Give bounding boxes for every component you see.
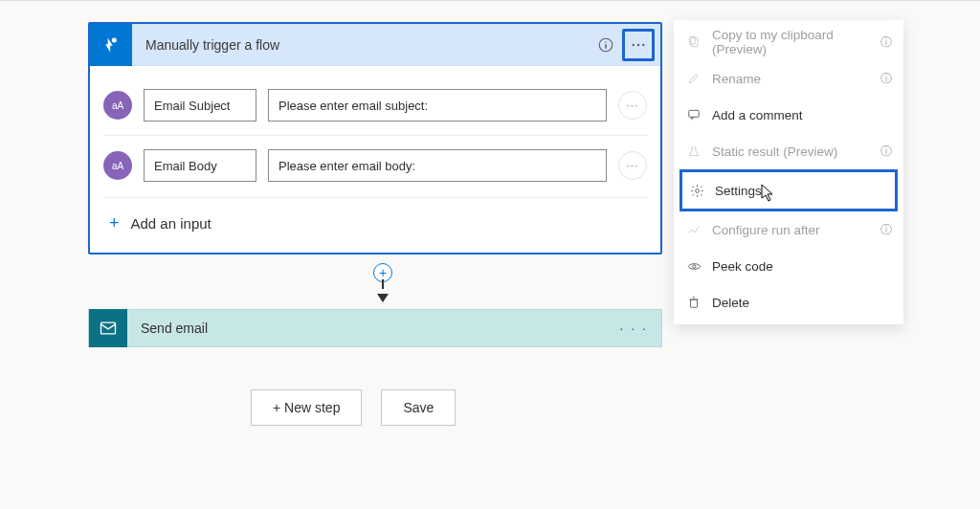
trigger-header[interactable]: Manually trigger a flow [90,24,660,66]
menu-label: Static result (Preview) [712,144,871,159]
flask-icon [685,144,702,158]
menu-label: Peek code [712,259,892,274]
menu-static-result: Static result (Preview) ⓘ [674,133,903,169]
input-row-more-button[interactable]: ··· [618,91,647,120]
trigger-icon [90,24,132,66]
info-icon: ⓘ [880,144,892,160]
svg-point-0 [112,37,117,42]
comment-icon [685,108,702,122]
trigger-title: Manually trigger a flow [132,37,590,53]
svg-rect-10 [689,110,700,117]
save-button[interactable]: Save [381,389,456,426]
svg-point-5 [637,43,639,45]
menu-delete[interactable]: Delete [674,284,903,321]
svg-point-6 [642,43,644,45]
menu-label: Copy to my clipboard (Preview) [712,28,871,56]
info-icon: ⓘ [880,34,892,51]
menu-run-after: Configure run after ⓘ [674,211,903,248]
action-title: Send email [127,321,607,336]
eye-icon [685,259,702,274]
pencil-icon [685,72,702,85]
menu-copy: Copy to my clipboard (Preview) ⓘ [674,24,903,60]
info-icon: ⓘ [880,222,892,238]
input-placeholder-field[interactable]: Please enter email body: [268,149,607,182]
mail-icon [89,309,127,347]
menu-label: Add a comment [712,108,892,122]
svg-rect-8 [691,37,698,46]
trigger-more-button[interactable] [622,29,655,61]
input-placeholder-field[interactable]: Please enter email subject: [268,89,607,122]
trigger-inputs: aA Email Subject Please enter email subj… [90,66,660,191]
menu-label: Settings [715,184,889,198]
add-input-button[interactable]: + Add an input [90,198,660,253]
menu-comment[interactable]: Add a comment [674,97,903,133]
menu-label: Delete [712,296,892,310]
plus-icon: + [109,213,120,233]
action-card[interactable]: Send email · · · [88,309,662,347]
connector: + [373,263,392,302]
svg-rect-13 [691,299,698,307]
svg-point-4 [633,43,635,45]
svg-point-12 [692,264,695,267]
divider [103,135,647,136]
input-row-more-button[interactable]: ··· [618,151,647,180]
new-step-button[interactable]: + New step [251,389,362,426]
menu-settings[interactable]: Settings [679,169,898,211]
input-row: aA Email Body Please enter email body: ·… [103,140,647,191]
input-name-field[interactable]: Email Body [144,149,256,182]
text-type-icon: aA [103,151,132,180]
svg-rect-7 [101,322,116,334]
info-icon[interactable] [590,29,622,61]
text-type-icon: aA [103,91,132,120]
branch-icon [685,223,702,236]
input-name-field[interactable]: Email Subject [144,89,256,122]
menu-label: Rename [712,72,871,86]
arrow-down-icon [377,294,389,302]
menu-peek-code[interactable]: Peek code [674,248,903,284]
action-more-button[interactable]: · · · [607,321,661,336]
bottom-buttons: + New step Save [251,389,456,426]
trigger-card: Manually trigger a flow aA Email Subject… [88,22,662,254]
menu-label: Configure run after [712,223,871,237]
add-input-label: Add an input [131,215,212,232]
menu-rename: Rename ⓘ [674,60,903,97]
info-icon: ⓘ [880,71,892,87]
svg-point-11 [695,188,699,192]
trash-icon [685,296,702,309]
clipboard-icon [685,35,702,49]
svg-point-2 [605,41,607,43]
input-row: aA Email Subject Please enter email subj… [103,79,647,131]
gear-icon [688,184,705,198]
context-menu: Copy to my clipboard (Preview) ⓘ Rename … [674,20,903,324]
svg-rect-3 [605,44,607,49]
